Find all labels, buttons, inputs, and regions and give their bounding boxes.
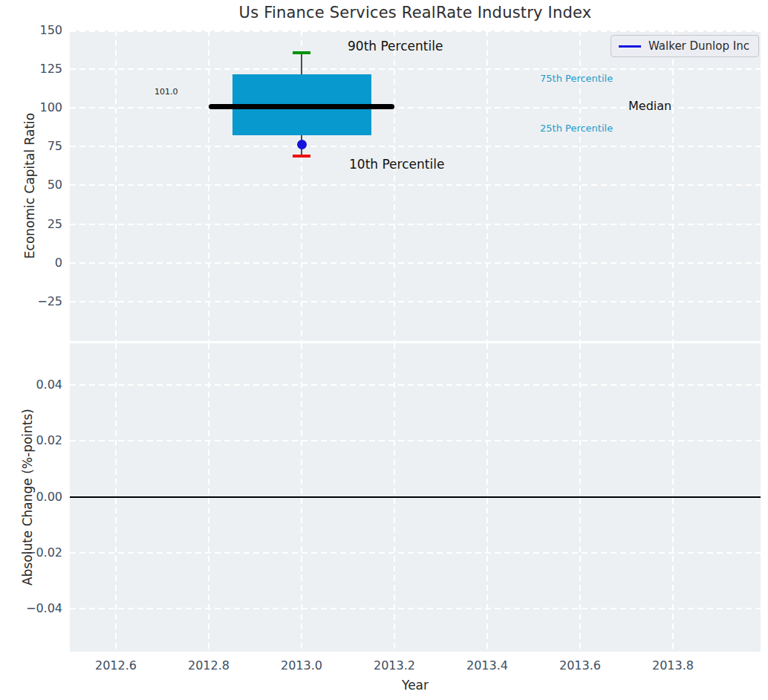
annotation-75th-percentile: 75th Percentile <box>540 73 613 84</box>
chart-title: Us Finance Services RealRate Industry In… <box>70 4 761 22</box>
y-axis-label-top: Economic Capital Ratio <box>22 59 37 312</box>
x-axis-label: Year <box>341 678 489 693</box>
legend-label: Walker Dunlop Inc <box>648 39 749 53</box>
ytick-0-04: 0.04 <box>7 378 62 392</box>
gridline-h-0-04 <box>70 384 761 386</box>
annotation-10th-percentile: 10th Percentile <box>349 157 444 172</box>
xtick-2013-4: 2013.4 <box>454 659 521 673</box>
ytick-0-02: 0.02 <box>7 434 62 447</box>
gridline-v-2013-8 <box>672 30 674 341</box>
figure: Us Finance Services RealRate Industry In… <box>0 0 768 700</box>
gridline-h-50 <box>70 184 761 186</box>
gridline-h-0-02 <box>70 440 761 441</box>
p10-cap <box>293 155 310 158</box>
ytick-neg0-02: −0.02 <box>7 546 62 560</box>
company-marker-dot <box>297 140 307 149</box>
zero-change-line <box>70 496 761 498</box>
annotation-25th-percentile: 25th Percentile <box>540 123 613 134</box>
ytick-neg0-04: −0.04 <box>7 602 62 615</box>
gridline-h-neg0-04 <box>70 608 761 609</box>
gridline-v-2012-8 <box>208 30 209 341</box>
gridline-h-75 <box>70 146 761 147</box>
legend: Walker Dunlop Inc <box>611 35 759 57</box>
gridline-h-neg25 <box>70 301 761 302</box>
annotation-90th-percentile: 90th Percentile <box>348 39 443 54</box>
annotation-median-value: 101.0 <box>154 87 178 97</box>
ytick-150: 150 <box>7 24 62 37</box>
xtick-2013-6: 2013.6 <box>547 659 614 673</box>
gridline-v-2013-4 <box>486 30 488 341</box>
gridline-h-0 <box>70 262 761 264</box>
gridline-h-125 <box>70 68 761 70</box>
y-axis-label-bottom: Absolute Change (%-points) <box>20 371 35 623</box>
xtick-2013-0: 2013.0 <box>268 659 335 673</box>
top-panel: 90th Percentile 10th Percentile 101.0 75… <box>70 30 761 341</box>
gridline-h-150 <box>70 30 761 32</box>
gridline-v-2012-6 <box>115 30 117 341</box>
annotation-median: Median <box>628 99 671 113</box>
xtick-2013-8: 2013.8 <box>640 659 706 673</box>
gridline-h-neg0-02 <box>70 552 761 554</box>
bottom-panel <box>70 343 761 652</box>
gridline-h-25 <box>70 224 761 225</box>
median-line <box>209 104 394 109</box>
p90-cap <box>293 51 310 54</box>
xtick-2013-2: 2013.2 <box>361 659 428 673</box>
ytick-0-00: 0.00 <box>7 490 62 504</box>
xtick-2012-8: 2012.8 <box>175 659 242 673</box>
xtick-2012-6: 2012.6 <box>82 659 149 673</box>
gridline-v-2013-2 <box>394 30 395 341</box>
legend-line-sample <box>619 45 641 48</box>
